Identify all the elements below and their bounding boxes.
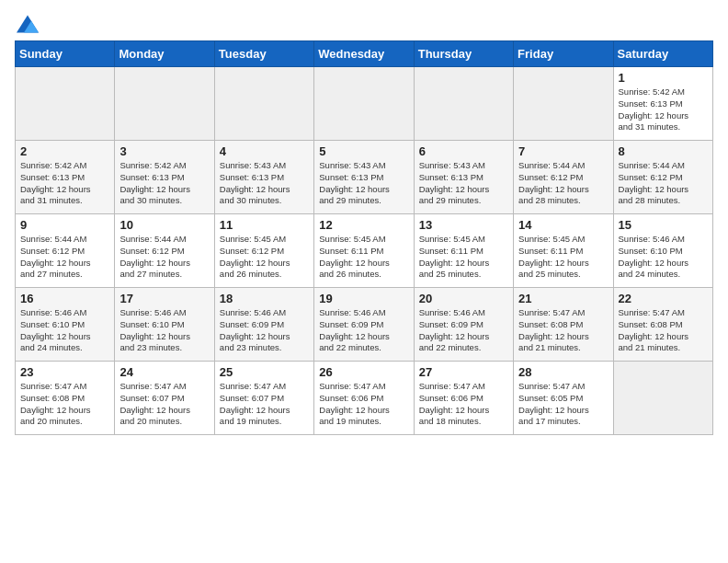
calendar-cell: 11Sunrise: 5:45 AM Sunset: 6:12 PM Dayli… [214,214,313,288]
calendar-cell [214,67,313,141]
day-number: 2 [20,144,109,158]
calendar-cell: 26Sunrise: 5:47 AM Sunset: 6:06 PM Dayli… [314,362,414,435]
logo-icon [17,15,39,33]
day-number: 16 [20,292,109,305]
calendar-cell: 19Sunrise: 5:46 AM Sunset: 6:09 PM Dayli… [314,288,414,362]
day-number: 18 [220,292,309,305]
day-info: Sunrise: 5:45 AM Sunset: 6:11 PM Dayligh… [319,234,408,281]
week-row-5: 23Sunrise: 5:47 AM Sunset: 6:08 PM Dayli… [16,362,713,435]
day-number: 28 [518,365,608,379]
day-info: Sunrise: 5:45 AM Sunset: 6:11 PM Dayligh… [518,234,608,281]
day-number: 6 [419,144,508,158]
day-info: Sunrise: 5:44 AM Sunset: 6:12 PM Dayligh… [619,160,708,207]
day-number: 25 [220,365,309,379]
calendar-cell: 4Sunrise: 5:43 AM Sunset: 6:13 PM Daylig… [214,141,313,214]
day-number: 24 [119,365,209,379]
calendar-cell: 9Sunrise: 5:44 AM Sunset: 6:12 PM Daylig… [16,214,115,288]
day-info: Sunrise: 5:47 AM Sunset: 6:07 PM Dayligh… [220,381,309,428]
day-info: Sunrise: 5:43 AM Sunset: 6:13 PM Dayligh… [220,160,309,207]
calendar-cell: 25Sunrise: 5:47 AM Sunset: 6:07 PM Dayli… [214,362,313,435]
day-info: Sunrise: 5:47 AM Sunset: 6:08 PM Dayligh… [518,307,608,354]
calendar-cell: 28Sunrise: 5:47 AM Sunset: 6:05 PM Dayli… [514,362,613,435]
day-number: 11 [220,218,309,232]
day-number: 12 [319,218,408,232]
day-info: Sunrise: 5:47 AM Sunset: 6:06 PM Dayligh… [419,381,508,428]
calendar-cell: 14Sunrise: 5:45 AM Sunset: 6:11 PM Dayli… [514,214,613,288]
calendar-cell [314,67,414,141]
calendar-cell [414,67,513,141]
day-info: Sunrise: 5:46 AM Sunset: 6:09 PM Dayligh… [220,307,309,354]
weekday-header-thursday: Thursday [414,41,513,67]
day-info: Sunrise: 5:44 AM Sunset: 6:12 PM Dayligh… [119,234,209,281]
day-number: 19 [319,292,408,305]
day-info: Sunrise: 5:43 AM Sunset: 6:13 PM Dayligh… [319,160,408,207]
day-number: 22 [619,292,708,305]
day-number: 26 [319,365,408,379]
calendar-cell [115,67,214,141]
day-number: 8 [619,144,708,158]
day-info: Sunrise: 5:42 AM Sunset: 6:13 PM Dayligh… [119,160,209,207]
week-row-4: 16Sunrise: 5:46 AM Sunset: 6:10 PM Dayli… [16,288,713,362]
calendar-cell: 22Sunrise: 5:47 AM Sunset: 6:08 PM Dayli… [613,288,712,362]
calendar-cell: 21Sunrise: 5:47 AM Sunset: 6:08 PM Dayli… [514,288,613,362]
calendar-cell: 8Sunrise: 5:44 AM Sunset: 6:12 PM Daylig… [613,141,712,214]
day-number: 23 [20,365,109,379]
day-info: Sunrise: 5:45 AM Sunset: 6:11 PM Dayligh… [419,234,508,281]
day-info: Sunrise: 5:42 AM Sunset: 6:13 PM Dayligh… [619,86,708,133]
calendar-cell: 27Sunrise: 5:47 AM Sunset: 6:06 PM Dayli… [414,362,513,435]
calendar-cell: 20Sunrise: 5:46 AM Sunset: 6:09 PM Dayli… [414,288,513,362]
day-number: 5 [319,144,408,158]
calendar-cell: 2Sunrise: 5:42 AM Sunset: 6:13 PM Daylig… [16,141,115,214]
day-number: 21 [518,292,608,305]
calendar-cell: 18Sunrise: 5:46 AM Sunset: 6:09 PM Dayli… [214,288,313,362]
calendar-cell: 23Sunrise: 5:47 AM Sunset: 6:08 PM Dayli… [16,362,115,435]
calendar-cell: 15Sunrise: 5:46 AM Sunset: 6:10 PM Dayli… [613,214,712,288]
day-info: Sunrise: 5:46 AM Sunset: 6:10 PM Dayligh… [619,234,708,281]
calendar-cell: 13Sunrise: 5:45 AM Sunset: 6:11 PM Dayli… [414,214,513,288]
day-info: Sunrise: 5:44 AM Sunset: 6:12 PM Dayligh… [518,160,608,207]
calendar-cell: 24Sunrise: 5:47 AM Sunset: 6:07 PM Dayli… [115,362,214,435]
week-row-3: 9Sunrise: 5:44 AM Sunset: 6:12 PM Daylig… [16,214,713,288]
day-number: 14 [518,218,608,232]
day-info: Sunrise: 5:43 AM Sunset: 6:13 PM Dayligh… [419,160,508,207]
day-number: 15 [619,218,708,232]
day-info: Sunrise: 5:47 AM Sunset: 6:06 PM Dayligh… [319,381,408,428]
day-info: Sunrise: 5:46 AM Sunset: 6:10 PM Dayligh… [119,307,209,354]
day-info: Sunrise: 5:46 AM Sunset: 6:10 PM Dayligh… [20,307,109,354]
day-number: 17 [119,292,209,305]
weekday-header-tuesday: Tuesday [214,41,313,67]
day-number: 10 [119,218,209,232]
day-info: Sunrise: 5:47 AM Sunset: 6:07 PM Dayligh… [119,381,209,428]
weekday-header-monday: Monday [115,41,214,67]
weekday-header-wednesday: Wednesday [314,41,414,67]
day-number: 3 [119,144,209,158]
day-info: Sunrise: 5:46 AM Sunset: 6:09 PM Dayligh… [319,307,408,354]
logo [15,15,40,29]
day-info: Sunrise: 5:46 AM Sunset: 6:09 PM Dayligh… [419,307,508,354]
day-number: 1 [619,71,708,85]
day-number: 27 [419,365,508,379]
day-info: Sunrise: 5:47 AM Sunset: 6:08 PM Dayligh… [20,381,109,428]
day-number: 7 [518,144,608,158]
day-number: 20 [419,292,508,305]
calendar-table: SundayMondayTuesdayWednesdayThursdayFrid… [15,40,713,435]
day-info: Sunrise: 5:47 AM Sunset: 6:08 PM Dayligh… [619,307,708,354]
day-info: Sunrise: 5:45 AM Sunset: 6:12 PM Dayligh… [220,234,309,281]
day-info: Sunrise: 5:47 AM Sunset: 6:05 PM Dayligh… [518,381,608,428]
week-row-2: 2Sunrise: 5:42 AM Sunset: 6:13 PM Daylig… [16,141,713,214]
day-number: 9 [20,218,109,232]
calendar-cell: 10Sunrise: 5:44 AM Sunset: 6:12 PM Dayli… [115,214,214,288]
calendar-cell [613,362,712,435]
calendar-cell [514,67,613,141]
calendar-cell: 6Sunrise: 5:43 AM Sunset: 6:13 PM Daylig… [414,141,513,214]
week-row-1: 1Sunrise: 5:42 AM Sunset: 6:13 PM Daylig… [16,67,713,141]
header [15,15,713,29]
weekday-header-row: SundayMondayTuesdayWednesdayThursdayFrid… [16,41,713,67]
day-number: 4 [220,144,309,158]
calendar-cell: 7Sunrise: 5:44 AM Sunset: 6:12 PM Daylig… [514,141,613,214]
day-info: Sunrise: 5:44 AM Sunset: 6:12 PM Dayligh… [20,234,109,281]
calendar-cell: 12Sunrise: 5:45 AM Sunset: 6:11 PM Dayli… [314,214,414,288]
calendar-cell: 1Sunrise: 5:42 AM Sunset: 6:13 PM Daylig… [613,67,712,141]
calendar-cell [16,67,115,141]
calendar-cell: 17Sunrise: 5:46 AM Sunset: 6:10 PM Dayli… [115,288,214,362]
